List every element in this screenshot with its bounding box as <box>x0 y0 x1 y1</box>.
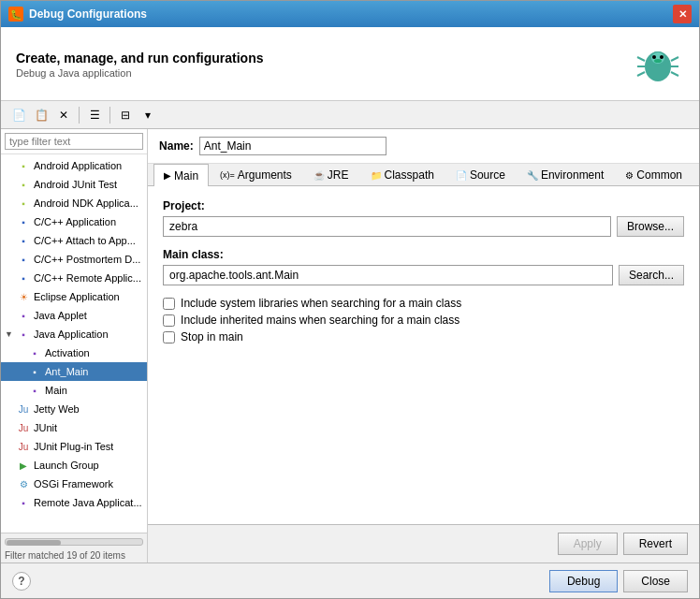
tree-item-cpp-attach[interactable]: ▪ C/C++ Attach to App... <box>1 231 147 250</box>
project-label: Project: <box>163 199 684 212</box>
tree-item-remote-java[interactable]: ▪ Remote Java Applicat... <box>1 493 147 512</box>
window-title: Debug Configurations <box>29 7 147 21</box>
tree-item-activation[interactable]: ▪ Activation <box>1 343 147 362</box>
main-content: ▪ Android Application ▪ Android JUnit Te… <box>1 129 699 562</box>
tab-environment-icon: 🔧 <box>527 170 538 181</box>
tree-item-label: Android JUnit Test <box>34 179 117 190</box>
debug-configurations-window: 🐛 Debug Configurations ✕ Create, manage,… <box>0 0 700 599</box>
checkbox-stop-in-main[interactable]: Stop in main <box>163 330 684 343</box>
toolbar-separator-2 <box>109 107 110 124</box>
tab-source[interactable]: 📄 Source <box>445 164 516 185</box>
android-icon: ▪ <box>16 196 31 211</box>
tree-item-junit-plugin[interactable]: Ju JUnit Plug-in Test <box>1 437 147 456</box>
android-icon: ▪ <box>16 158 31 173</box>
sidebar: ▪ Android Application ▪ Android JUnit Te… <box>1 129 148 562</box>
tab-common[interactable]: ⚙ Common <box>615 164 693 185</box>
tree-item-label: C/C++ Application <box>34 216 116 227</box>
tab-jre[interactable]: ☕ JRE <box>303 164 359 185</box>
java-icon: ▪ <box>16 308 31 323</box>
header-title: Create, manage, and run configurations <box>16 51 264 66</box>
window-icon: 🐛 <box>8 7 23 22</box>
tree-item-cpp-app[interactable]: ▪ C/C++ Application <box>1 212 147 231</box>
tree-item-launch-group[interactable]: ▶ Launch Group <box>1 456 147 475</box>
checkbox-system-libs[interactable]: Include system libraries when searching … <box>163 297 684 310</box>
svg-point-4 <box>660 55 664 59</box>
new-config-button[interactable]: 📄 <box>8 105 29 125</box>
tab-classpath-label: Classpath <box>385 168 434 182</box>
header-text: Create, manage, and run configurations D… <box>16 51 264 79</box>
delete-button[interactable]: ✕ <box>53 105 74 125</box>
collapse-button[interactable]: ⊟ <box>115 105 136 125</box>
tree-item-android-ndk[interactable]: ▪ Android NDK Applica... <box>1 194 147 212</box>
tab-arguments-icon: (x)= <box>220 170 235 180</box>
main-class-input[interactable] <box>163 265 613 285</box>
tree-item-android-app[interactable]: ▪ Android Application <box>1 156 147 175</box>
tree-item-java-applet[interactable]: ▪ Java Applet <box>1 306 147 325</box>
launch-icon: ▶ <box>16 458 31 473</box>
tab-main-icon: ▶ <box>164 170 171 181</box>
tree-item-label: C/C++ Postmortem D... <box>34 254 140 265</box>
svg-point-11 <box>654 59 662 63</box>
tab-arguments[interactable]: (x)= Arguments <box>210 164 302 185</box>
search-button[interactable]: Search... <box>619 265 684 285</box>
help-button[interactable]: ? <box>12 572 31 591</box>
tab-main-label: Main <box>174 169 198 183</box>
checkbox-stop-in-main-input[interactable] <box>163 331 175 343</box>
tree-item-ant-main[interactable]: ▪ Ant_Main <box>1 362 147 381</box>
tab-jre-icon: ☕ <box>314 170 325 181</box>
apply-button[interactable]: Apply <box>558 533 618 555</box>
close-window-button[interactable]: ✕ <box>673 5 692 23</box>
filter-button[interactable]: ☰ <box>84 105 105 125</box>
project-group: Project: Browse... <box>163 199 684 237</box>
checkbox-inherited-mains[interactable]: Include inherited mains when searching f… <box>163 314 684 327</box>
tree-item-eclipse-app[interactable]: ☀ Eclipse Application <box>1 287 147 306</box>
name-label: Name: <box>159 139 194 153</box>
tab-arguments-label: Arguments <box>238 168 292 182</box>
tab-classpath[interactable]: 📁 Classpath <box>360 164 445 185</box>
checkbox-inherited-mains-label: Include inherited mains when searching f… <box>181 314 459 327</box>
tree-item-label: JUnit <box>34 422 57 433</box>
revert-button[interactable]: Revert <box>623 533 688 555</box>
checkbox-inherited-mains-input[interactable] <box>163 314 175 327</box>
apply-revert-bar: Apply Revert <box>148 524 699 562</box>
filter-box <box>1 129 147 154</box>
tree-item-label: Java Applet <box>34 310 87 321</box>
tree-item-label: Ant_Main <box>45 366 88 377</box>
name-input[interactable] <box>199 137 386 155</box>
tree-item-label: C/C++ Remote Applic... <box>34 272 141 284</box>
tree-item-jetty-web[interactable]: Ju Jetty Web <box>1 400 147 418</box>
tree-item-junit[interactable]: Ju JUnit <box>1 418 147 437</box>
tree-item-label: JUnit Plug-in Test <box>34 441 113 452</box>
tree-item-label: Jetty Web <box>34 403 80 415</box>
filter-input[interactable] <box>5 133 143 150</box>
header-section: Create, manage, and run configurations D… <box>1 27 699 101</box>
tree-item-cpp-postmortem[interactable]: ▪ C/C++ Postmortem D... <box>1 250 147 269</box>
checkbox-system-libs-input[interactable] <box>163 298 175 310</box>
sidebar-scrollbar[interactable] <box>5 535 143 548</box>
tab-bar: ▶ Main (x)= Arguments ☕ JRE 📁 Classpath … <box>148 164 699 186</box>
tab-common-icon: ⚙ <box>625 170 634 181</box>
duplicate-button[interactable]: 📋 <box>31 105 51 125</box>
java-icon: ▪ <box>16 327 31 342</box>
tree-item-java-app[interactable]: ▼ ▪ Java Application <box>1 325 147 343</box>
header-subtitle: Debug a Java application <box>16 67 264 79</box>
project-input[interactable] <box>163 216 611 237</box>
java-icon: ▪ <box>27 383 42 398</box>
tab-environment[interactable]: 🔧 Environment <box>517 164 614 185</box>
project-row: Browse... <box>163 216 684 237</box>
debug-button[interactable]: Debug <box>549 570 618 592</box>
tree-item-osgi[interactable]: ⚙ OSGi Framework <box>1 475 147 493</box>
eclipse-icon: ☀ <box>16 289 31 304</box>
tree-item-android-junit[interactable]: ▪ Android JUnit Test <box>1 175 147 194</box>
android-icon: ▪ <box>16 177 31 192</box>
tab-main[interactable]: ▶ Main <box>153 164 209 186</box>
svg-line-10 <box>671 72 678 76</box>
tree-item-cpp-remote[interactable]: ▪ C/C++ Remote Applic... <box>1 269 147 287</box>
tab-source-icon: 📄 <box>456 170 467 181</box>
close-button[interactable]: Close <box>623 570 688 592</box>
tree-item-main[interactable]: ▪ Main <box>1 381 147 400</box>
tab-classpath-icon: 📁 <box>371 170 382 181</box>
browse-button[interactable]: Browse... <box>617 216 684 237</box>
menu-button[interactable]: ▾ <box>138 105 158 125</box>
cpp-icon: ▪ <box>16 252 31 267</box>
